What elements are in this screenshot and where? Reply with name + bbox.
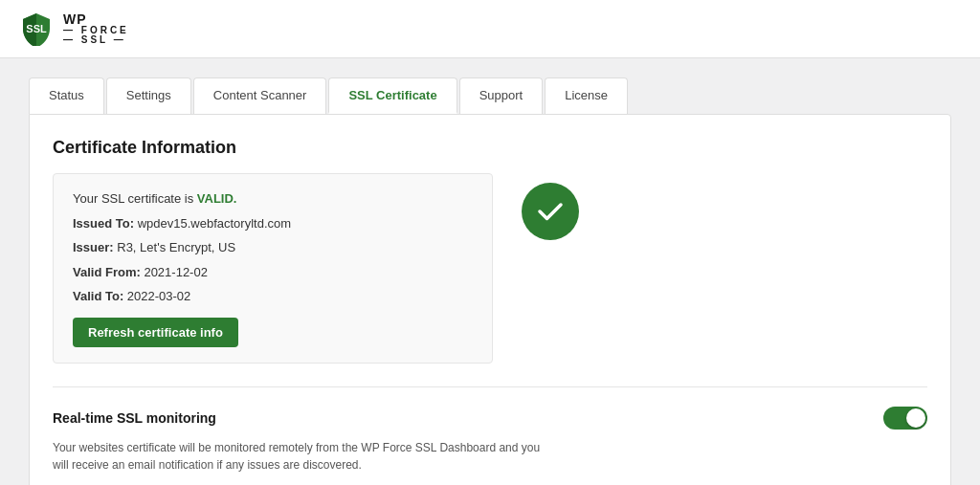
tab-status[interactable]: Status [29,77,104,114]
logo-text: WP — FORCE — SSL — [63,12,129,45]
monitoring-header: Real-time SSL monitoring [53,407,927,430]
header: SSL WP — FORCE — SSL — [0,0,980,58]
issuer-value: R3, Let's Encrypt, US [114,240,235,254]
logo-icon: SSL [19,11,54,46]
main-content: Status Settings Content Scanner SSL Cert… [0,58,980,485]
monitoring-title: Real-time SSL monitoring [53,410,216,426]
monitoring-section: Real-time SSL monitoring Your websites c… [53,407,927,486]
cert-container: Your SSL certificate is VALID. Issued To… [53,173,927,364]
valid-to-value: 2022-03-02 [123,289,190,303]
tab-license[interactable]: License [545,77,628,114]
monitoring-toggle[interactable] [883,407,927,430]
tab-support[interactable]: Support [459,77,544,114]
monitoring-description: Your websites certificate will be monito… [53,439,550,474]
section-title: Certificate Information [53,138,927,158]
cert-status-valid: VALID. [197,191,237,206]
logo-ssl-text: — SSL — [63,35,129,45]
tabs: Status Settings Content Scanner SSL Cert… [29,77,951,114]
issuer-label: Issuer: [73,240,114,254]
issued-to-label: Issued To: [73,216,134,231]
tab-content-scanner[interactable]: Content Scanner [193,77,327,114]
logo-wp-text: WP [63,12,129,26]
cert-issuer: Issuer: R3, Let's Encrypt, US [73,238,473,257]
toggle-track[interactable] [883,407,927,430]
cert-status-line: Your SSL certificate is VALID. [73,189,473,209]
cert-valid-to: Valid To: 2022-03-02 [73,287,473,306]
issued-to-value: wpdev15.webfactoryltd.com [134,216,291,231]
section-divider [53,386,927,387]
valid-from-value: 2021-12-02 [141,265,208,279]
cert-valid-from: Valid From: 2021-12-02 [73,263,473,282]
valid-from-label: Valid From: [73,265,141,279]
cert-info-box: Your SSL certificate is VALID. Issued To… [53,173,493,364]
toggle-thumb [906,408,925,428]
svg-text:SSL: SSL [26,23,47,34]
tab-ssl-certificate[interactable]: SSL Certificate [328,77,457,114]
cert-issued-to: Issued To: wpdev15.webfactoryltd.com [73,214,473,233]
panel: Certificate Information Your SSL certifi… [29,114,951,485]
checkmark-icon [534,195,567,228]
valid-checkmark-circle [522,183,579,240]
cert-status-prefix: Your SSL certificate is [73,191,197,206]
tab-settings[interactable]: Settings [106,77,191,114]
refresh-certificate-button[interactable]: Refresh certificate info [73,318,238,347]
logo: SSL WP — FORCE — SSL — [19,11,129,46]
valid-to-label: Valid To: [73,289,123,303]
